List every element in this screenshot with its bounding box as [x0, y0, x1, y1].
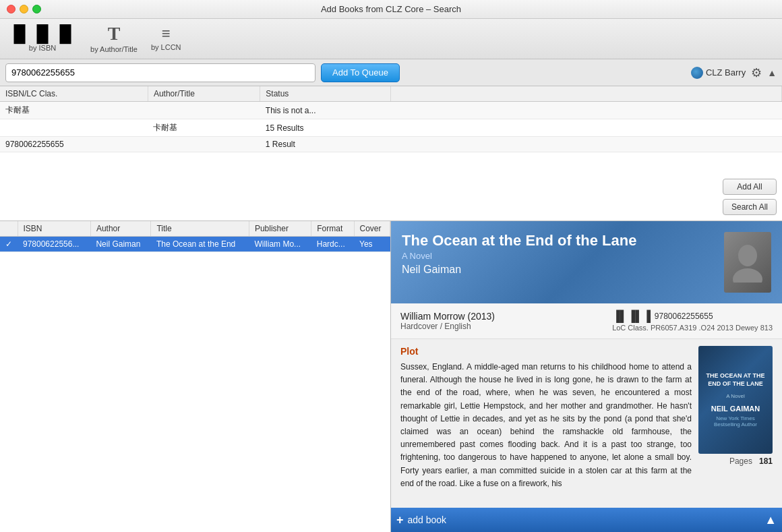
- col-isbn: ISBN: [18, 221, 90, 237]
- minimize-button[interactable]: [20, 5, 28, 13]
- svg-point-0: [738, 245, 757, 266]
- queue-row[interactable]: 卡耐基 This is not a...: [0, 102, 782, 119]
- detail-loc: LoC Class. PR6057.A319 .O24 2013 Dewey 8…: [612, 324, 773, 332]
- lccn-icon: ≡: [162, 26, 171, 41]
- result-isbn: 97800622556...: [18, 237, 90, 252]
- result-format: Hardc...: [311, 237, 354, 252]
- queue-cell-author: [148, 102, 260, 119]
- results-table: ISBN Author Title Publisher Format Cover…: [0, 221, 390, 252]
- detail-meta-left: William Morrow (2013) Hardcover / Englis…: [400, 311, 495, 331]
- book-cover: THE OCEAN AT THE END OF THE LANE A Novel…: [698, 346, 773, 490]
- queue-col-author: Author/Title: [148, 86, 260, 102]
- results-list: ISBN Author Title Publisher Format Cover…: [0, 221, 391, 532]
- isbn-label: by ISBN: [29, 44, 56, 52]
- queue-cell-status: 15 Results: [260, 119, 391, 137]
- col-check: [0, 221, 18, 237]
- text-icon: T: [108, 24, 121, 43]
- user-area: CLZ Barry ⚙ ▲: [691, 65, 777, 80]
- author-photo: [724, 232, 771, 293]
- svg-point-1: [733, 268, 762, 283]
- detail-title: The Ocean at the End of the Lane: [402, 232, 716, 249]
- user-name: CLZ Barry: [706, 67, 746, 78]
- detail-isbn: 9780062255655: [655, 312, 713, 321]
- plot-label: Plot: [400, 346, 692, 357]
- pages-label: Pages: [729, 456, 752, 466]
- detail-author: Neil Gaiman: [402, 264, 716, 276]
- cover-image: THE OCEAN AT THE END OF THE LANE A Novel…: [698, 346, 773, 454]
- isbn-barcode-icon: ▐▌▐▌▐: [612, 310, 651, 322]
- author-label: by Author/Title: [90, 45, 138, 53]
- cover-author: NEIL GAIMAN: [711, 405, 760, 413]
- add-to-queue-button[interactable]: Add To Queue: [321, 63, 400, 82]
- results-section: ISBN Author Title Publisher Format Cover…: [0, 221, 782, 532]
- result-row[interactable]: ✓ 97800622556... Neil Gaiman The Ocean a…: [0, 237, 390, 252]
- toolbar-author[interactable]: T by Author/Title: [90, 24, 138, 53]
- queue-row[interactable]: 卡耐基 15 Results: [0, 119, 782, 137]
- queue-cell-author: [148, 137, 260, 152]
- queue-col-status: Status: [260, 86, 391, 102]
- queue-actions: Add All Search All: [723, 179, 777, 215]
- detail-plot-section: Plot Sussex, England. A middle-aged man …: [391, 339, 782, 497]
- queue-cell-isbn: 卡耐基: [0, 102, 148, 119]
- detail-subtitle: A Novel: [402, 251, 716, 261]
- result-title: The Ocean at the End: [151, 237, 249, 252]
- result-cover: Yes: [354, 237, 390, 252]
- queue-cell-extra: [391, 119, 782, 137]
- lccn-label: by LCCN: [151, 43, 181, 51]
- toolbar: ▐▌▐▌▐▌ by ISBN T by Author/Title ≡ by LC…: [0, 19, 782, 59]
- search-bar: Add To Queue CLZ Barry ⚙ ▲: [0, 59, 782, 86]
- collapse-button[interactable]: ▲: [767, 67, 777, 78]
- queue-table: ISBN/LC Clas. Author/Title Status 卡耐基 Th…: [0, 86, 782, 152]
- result-check: ✓: [0, 237, 18, 252]
- maximize-button[interactable]: [32, 5, 41, 13]
- toolbar-lccn[interactable]: ≡ by LCCN: [151, 26, 181, 51]
- window-controls: [7, 5, 41, 13]
- detail-isbn-row: ▐▌▐▌▐ 9780062255655: [612, 310, 773, 322]
- queue-cell-extra: [391, 102, 782, 119]
- pages-count: 181: [759, 456, 773, 466]
- queue-cell-status: 1 Result: [260, 137, 391, 152]
- close-button[interactable]: [7, 5, 16, 13]
- plot-text: Sussex, England. A middle-aged man retur…: [400, 361, 692, 490]
- queue-cell-status: This is not a...: [260, 102, 391, 119]
- queue-cell-extra: [391, 137, 782, 152]
- detail-meta-right: ▐▌▐▌▐ 9780062255655 LoC Class. PR6057.A3…: [612, 310, 773, 332]
- queue-col-isbn: ISBN/LC Clas.: [0, 86, 148, 102]
- detail-format: Hardcover / English: [400, 322, 495, 331]
- add-book-label: add book: [408, 514, 447, 525]
- result-author: Neil Gaiman: [90, 237, 150, 252]
- bottom-chevron-button[interactable]: ▲: [764, 513, 777, 527]
- search-input[interactable]: [5, 63, 315, 82]
- col-title: Title: [151, 221, 249, 237]
- search-all-button[interactable]: Search All: [723, 199, 777, 215]
- queue-cell-author: 卡耐基: [148, 119, 260, 137]
- cover-title: THE OCEAN AT THE END OF THE LANE: [704, 372, 767, 388]
- queue-col-extra: [391, 86, 782, 102]
- col-author: Author: [90, 221, 150, 237]
- user-badge: CLZ Barry: [691, 67, 746, 79]
- detail-meta: William Morrow (2013) Hardcover / Englis…: [391, 303, 782, 339]
- queue-section: ISBN/LC Clas. Author/Title Status 卡耐基 Th…: [0, 86, 782, 221]
- settings-button[interactable]: ⚙: [751, 65, 762, 80]
- result-publisher: William Mo...: [249, 237, 311, 252]
- title-bar: Add Books from CLZ Core – Search: [0, 0, 782, 19]
- barcode-icon: ▐▌▐▌▐▌: [8, 26, 77, 42]
- add-book-button[interactable]: + add book: [396, 513, 446, 527]
- col-cover: Cover: [354, 221, 390, 237]
- queue-cell-isbn: 9780062255655: [0, 137, 148, 152]
- detail-header-text: The Ocean at the End of the Lane A Novel…: [402, 232, 716, 276]
- window-title: Add Books from CLZ Core – Search: [321, 4, 461, 14]
- bottom-bar: + add book ▲: [391, 508, 782, 532]
- col-format: Format: [311, 221, 354, 237]
- queue-cell-isbn: [0, 119, 148, 137]
- detail-panel: The Ocean at the End of the Lane A Novel…: [391, 221, 782, 532]
- plus-icon: +: [396, 513, 404, 527]
- plot-content: Plot Sussex, England. A middle-aged man …: [400, 346, 692, 490]
- toolbar-isbn[interactable]: ▐▌▐▌▐▌ by ISBN: [8, 26, 77, 52]
- pages-info: Pages 181: [698, 456, 773, 466]
- queue-row[interactable]: 9780062255655 1 Result: [0, 137, 782, 152]
- detail-header: The Ocean at the End of the Lane A Novel…: [391, 221, 782, 303]
- col-publisher: Publisher: [249, 221, 311, 237]
- globe-icon: [691, 67, 703, 79]
- add-all-button[interactable]: Add All: [723, 179, 777, 195]
